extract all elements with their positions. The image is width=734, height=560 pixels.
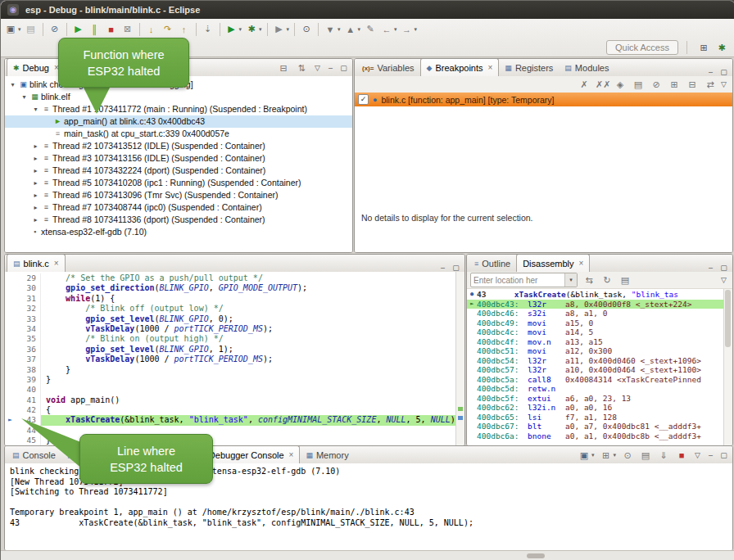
terminate-console-icon[interactable]: ■ — [673, 447, 690, 463]
display-selected-console-icon[interactable]: ▣▾ — [576, 447, 596, 463]
previous-annotation-icon[interactable]: ▲▾ — [342, 21, 363, 38]
debug-tree-row[interactable]: ▸≡Thread #3 1073413156 (IDLE) (Suspended… — [5, 152, 352, 165]
debug-tree-row[interactable]: ►app_main() at blink.c:43 0x400dbc43 — [5, 115, 352, 128]
minimize-icon[interactable]: – — [705, 264, 716, 272]
skip-all-breakpoints-icon[interactable]: ⊘ — [648, 76, 664, 93]
debug-tree-row[interactable]: ▾▦blink.elf — [5, 91, 352, 103]
show-breakpoints-for-target-icon[interactable]: ◈ — [612, 76, 628, 93]
terminate-icon[interactable]: ■ — [103, 21, 120, 38]
link-with-debug-view-icon[interactable]: ⇄ — [702, 76, 718, 93]
editor-line[interactable]: 30 gpio_set_direction(BLINK_GPIO, GPIO_M… — [5, 283, 456, 293]
disassembly-line[interactable]: ●43 xTaskCreate(&blink_task, "blink_tas — [467, 290, 724, 300]
disassembly-line[interactable]: 400dbc54:l32ra11, 0x400d0460 <_stext+109… — [467, 356, 724, 366]
tab-blink-c[interactable]: ▤ blink.c × — [7, 254, 66, 272]
debug-icon[interactable]: ✱▾ — [243, 21, 264, 38]
dropdown-arrow-icon[interactable]: ▾ — [613, 452, 616, 458]
close-icon[interactable]: × — [578, 259, 583, 268]
tab-variables[interactable]: (x)= Variables — [356, 60, 420, 76]
debug-tree-row[interactable]: ▾≡Thread #1 1073411772 (main : Running) … — [5, 103, 352, 115]
sync-active-context-icon[interactable]: ⇆ — [581, 272, 597, 288]
external-tools-icon[interactable]: ▶▾ — [271, 21, 292, 38]
dropdown-arrow-icon[interactable]: ▾ — [591, 452, 595, 458]
maximize-icon[interactable]: ▢ — [338, 64, 349, 72]
tab-console[interactable]: ▤ Console — [7, 447, 61, 463]
view-menu-icon[interactable]: ▽ — [692, 451, 703, 459]
new-wizard-icon[interactable]: ▣▾ — [2, 21, 23, 38]
disasm-scrollbar[interactable] — [723, 289, 732, 445]
collapse-all-icon[interactable]: ⊟ — [275, 60, 292, 76]
debug-tree-row[interactable]: ≡main_task() at cpu_start.c:339 0x400d05… — [5, 128, 352, 140]
clear-console-icon[interactable]: ▤ — [637, 447, 654, 463]
dropdown-arrow-icon[interactable]: ▾ — [239, 26, 242, 33]
tree-expander-icon[interactable]: ▸ — [31, 177, 40, 189]
pin-console-icon[interactable]: ⊙ — [619, 447, 636, 463]
instruction-stepping-icon[interactable]: ⇣ — [200, 21, 216, 38]
disassembly-line[interactable]: 400dbc5a:call80x40084314 <xTaskCreatePin… — [467, 375, 724, 385]
debug-perspective-icon[interactable]: ✱ — [714, 39, 730, 56]
view-menu-icon[interactable]: ▽ — [312, 64, 323, 72]
next-annotation-icon[interactable]: ▼▾ — [322, 21, 342, 38]
editor-line[interactable]: 42{ — [5, 405, 456, 415]
tree-expander-icon[interactable]: ▸ — [31, 201, 40, 214]
view-menu-icon[interactable]: ▽ — [718, 80, 729, 88]
show-source-icon[interactable]: ▤ — [617, 272, 633, 288]
editor-line[interactable]: 40 — [5, 385, 456, 395]
back-icon[interactable]: ←▾ — [378, 21, 399, 38]
maximize-icon[interactable]: ▢ — [718, 264, 729, 272]
quick-access-button[interactable]: Quick Access — [606, 40, 678, 55]
editor-line[interactable]: 33 gpio_set_level(BLINK_GPIO, 0); — [5, 314, 456, 324]
disassembly-line[interactable]: 400dbc62:l32i.na0, a0, 16 — [467, 403, 724, 413]
disassembly-line[interactable]: 400dbc5d:retw.n — [467, 384, 724, 394]
overview-mark-breakpoint[interactable] — [458, 416, 463, 420]
location-input[interactable] — [471, 276, 564, 285]
close-icon[interactable]: × — [289, 450, 294, 459]
tab-outline[interactable]: ≡ Outline — [469, 255, 516, 272]
last-edit-location-icon[interactable]: ✎ — [362, 21, 378, 38]
tab-debug[interactable]: ✱ Debug × — [7, 58, 66, 76]
step-over-icon[interactable]: ↷ — [160, 21, 176, 38]
collapse-all-icon[interactable]: ⊟ — [684, 76, 700, 93]
tree-expander-icon[interactable]: ▾ — [20, 91, 29, 103]
maximize-icon[interactable]: ▢ — [718, 451, 729, 459]
tree-expander-icon[interactable]: ▸ — [31, 165, 40, 177]
remove-breakpoint-icon[interactable]: ✗ — [576, 76, 592, 93]
editor-line[interactable]: 38 } — [5, 365, 456, 375]
maximize-icon[interactable]: ▢ — [718, 68, 729, 76]
step-return-icon[interactable]: ↑ — [176, 21, 193, 38]
search-icon[interactable]: ⊙ — [298, 21, 315, 38]
dropdown-arrow-icon[interactable]: ▾ — [18, 26, 21, 33]
go-to-file-for-breakpoint-icon[interactable]: ▤ — [630, 76, 646, 93]
dropdown-arrow-icon[interactable]: ▾ — [287, 26, 290, 33]
minimize-icon[interactable]: – — [705, 68, 716, 76]
dropdown-arrow-icon[interactable]: ▾ — [358, 26, 361, 33]
disassembly-line[interactable]: 400dbc5f:extuia6, a0, 23, 13 — [467, 394, 724, 404]
editor-line[interactable]: 36 gpio_set_level(BLINK_GPIO, 1); — [5, 345, 456, 355]
open-perspective-icon[interactable]: ⊞ — [695, 39, 712, 56]
maximize-icon[interactable]: ▢ — [451, 264, 461, 272]
editor-line[interactable]: ►43 xTaskCreate(&blink_task, "blink_task… — [5, 415, 456, 425]
debug-tree-row[interactable]: ▪xtensa-esp32-elf-gdb (7.10) — [5, 226, 352, 238]
tab-disassembly[interactable]: Disassembly × — [516, 254, 590, 272]
editor-line[interactable]: 39} — [5, 375, 456, 385]
editor-line[interactable]: 35 /* Blink on (output high) */ — [5, 334, 456, 344]
tree-expander-icon[interactable]: ▾ — [31, 103, 40, 115]
editor-line[interactable]: 45} — [5, 436, 456, 445]
editor-line[interactable]: 31 while(1) { — [5, 294, 456, 304]
dropdown-arrow-icon[interactable]: ▾ — [415, 26, 418, 33]
disconnect-icon[interactable]: ⊠ — [120, 21, 136, 38]
scrollbar-thumb[interactable] — [527, 553, 545, 558]
close-icon[interactable]: × — [488, 63, 493, 72]
scroll-lock-icon[interactable]: ⇓ — [655, 447, 672, 463]
editor-line[interactable]: 41void app_main() — [5, 395, 456, 405]
save-icon[interactable]: ▤ — [23, 21, 39, 38]
forward-icon[interactable]: →▾ — [399, 21, 419, 38]
tree-expander-icon[interactable]: ▾ — [8, 79, 17, 91]
disassembly-line[interactable]: 400dbc67:blta0, a7, 0x400dbc81 <__adddf3… — [467, 422, 724, 431]
debug-tree-row[interactable]: ▸≡Thread #7 1073408744 (ipc0) (Suspended… — [5, 201, 352, 214]
dropdown-arrow-icon[interactable]: ▾ — [394, 26, 397, 33]
run-icon[interactable]: ▶▾ — [224, 21, 244, 38]
editor-line[interactable]: 32 /* Blink off (output low) */ — [5, 304, 456, 314]
minimize-icon[interactable]: – — [437, 264, 448, 272]
tree-expander-icon[interactable]: ▸ — [31, 152, 40, 165]
breakpoint-checkbox[interactable]: ✓ — [358, 94, 369, 105]
